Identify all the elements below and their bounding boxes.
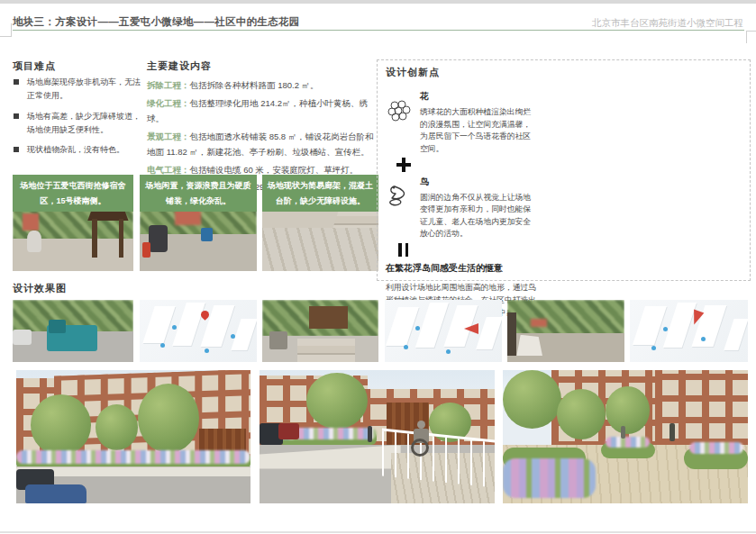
difficulties-heading: 项目难点 xyxy=(13,59,56,73)
bird-title: 鸟 xyxy=(420,176,537,188)
flower-title: 花 xyxy=(420,90,537,103)
flower-text: 绣球花的大面积种植渲染出绚烂的浪漫氛围，让空间充满温馨，为居民留下一个鸟语花香的… xyxy=(420,106,537,156)
location-map-arrow xyxy=(385,300,502,362)
construction-item: 绿化工程：包括整理绿化用地 214.2㎡，种植小叶黄杨、绣球。 xyxy=(147,95,378,127)
red-car xyxy=(278,423,299,439)
list-item: 场地廊架现停放非机动车，无法正常使用。 xyxy=(13,76,141,104)
crop-mark-right-h xyxy=(746,31,756,32)
construction-item: 景观工程：包括地面透水砖铺装 85.8 ㎡，铺设花岗岩台阶和地面 11.82 ㎡… xyxy=(147,129,378,160)
location-map-pin xyxy=(140,300,257,362)
innovation-subheading: 在繁花浮岛间感受生活的惬意 xyxy=(386,262,537,275)
white-car xyxy=(13,330,32,345)
blue-truck xyxy=(201,228,213,241)
innovation-flower: 花 绣球花的大面积种植渲染出绚烂的浪漫氛围，让空间充满温馨，为居民留下一个鸟语花… xyxy=(386,88,537,156)
caption-banner: 场地现状为简易廊架，混凝土台阶，缺少无障碍设施。 xyxy=(262,175,378,212)
presentation-page: 地块三：方案设计——五爱屯小微绿地——社区中的生态花园 北京市丰台区南苑街道小微… xyxy=(0,0,756,534)
photo-park-ground xyxy=(507,300,624,362)
caption-banner: 场地闲置，资源浪费且为硬质铺装，绿化杂乱。 xyxy=(140,175,257,212)
top-gray-bar xyxy=(0,0,756,4)
render-street-flowerbeds xyxy=(16,370,250,503)
walking-person xyxy=(368,426,372,442)
difficulties-list: 场地廊架现停放非机动车，无法正常使用。 场地有高差，缺少无障碍坡道，场地使用缺乏… xyxy=(13,76,141,163)
photo-street-steps xyxy=(262,300,378,362)
header-underline xyxy=(13,30,744,31)
render-hydrangea-courtyard xyxy=(503,370,748,503)
blue-car xyxy=(25,484,87,503)
site-photo-steps: 场地现状为简易廊架，混凝土台阶，缺少无障碍设施。 xyxy=(262,175,378,271)
wheelchair-user xyxy=(407,421,435,460)
plus-icon xyxy=(396,158,411,172)
construction-item: 拆除工程：包括拆除各种材料路面 180.2 ㎡。 xyxy=(147,77,378,94)
dark-fence xyxy=(507,312,516,356)
direction-arrow-icon xyxy=(464,323,478,334)
bird-text: 圆润的边角不仅从视觉上让场地变得更加有亲和力，同时也能保证儿童、老人在场地内更加… xyxy=(420,192,537,241)
caption-banner: 场地位于五爱屯西街抢修宿舍区，15号楼南侧。 xyxy=(13,175,133,212)
white-tarp xyxy=(516,335,542,356)
bottom-border-line xyxy=(0,531,756,533)
list-item: 场地有高差，缺少无障碍坡道，场地使用缺乏便利性。 xyxy=(13,110,141,138)
crop-mark-left xyxy=(11,23,12,37)
bullet-square-icon xyxy=(14,113,19,119)
innovation-heading: 设计创新点 xyxy=(386,66,537,79)
hydrangea-icon xyxy=(386,88,420,156)
seated-person xyxy=(27,231,41,252)
crop-mark-left-h xyxy=(0,36,12,37)
pergola-structure xyxy=(309,306,349,329)
construction-heading: 主要建设内容 xyxy=(147,59,212,73)
site-photo-path: 场地闲置，资源浪费且为硬质铺装，绿化杂乱。 xyxy=(140,175,257,271)
crop-mark-right xyxy=(746,31,747,43)
stone-planter xyxy=(269,331,288,350)
innovation-bird: 鸟 圆润的边角不仅从视觉上让场地变得更加有亲和力，同时也能保证儿童、老人在场地内… xyxy=(386,174,537,241)
render-accessible-ramp xyxy=(260,370,495,503)
renderings-heading: 设计效果图 xyxy=(13,282,67,295)
bird-icon xyxy=(386,174,420,241)
location-map-arrow-2 xyxy=(630,300,748,362)
walking-person xyxy=(669,423,675,441)
project-subtitle: 北京市丰台区南苑街道小微空间工程 xyxy=(592,17,743,30)
bullet-square-icon xyxy=(14,147,19,152)
walking-person xyxy=(621,426,625,439)
page-title: 地块三：方案设计——五爱屯小微绿地——社区中的生态花园 xyxy=(13,15,300,29)
bullet-square-icon xyxy=(14,79,19,85)
innovation-panel: 设计创新点 花 绣球花的大面积种植渲染出绚烂的浪漫氛围，让空间充满温馨，为居民留… xyxy=(377,59,751,281)
list-item: 现状植物杂乱，没有特色。 xyxy=(13,143,141,157)
equals-icon xyxy=(398,243,537,257)
photo-street-truck xyxy=(13,300,133,362)
site-photo-pavilion: 场地位于五爱屯西街抢修宿舍区，15号楼南侧。 xyxy=(13,175,133,271)
parked-motorbike xyxy=(149,225,168,252)
red-bucket xyxy=(142,242,150,258)
